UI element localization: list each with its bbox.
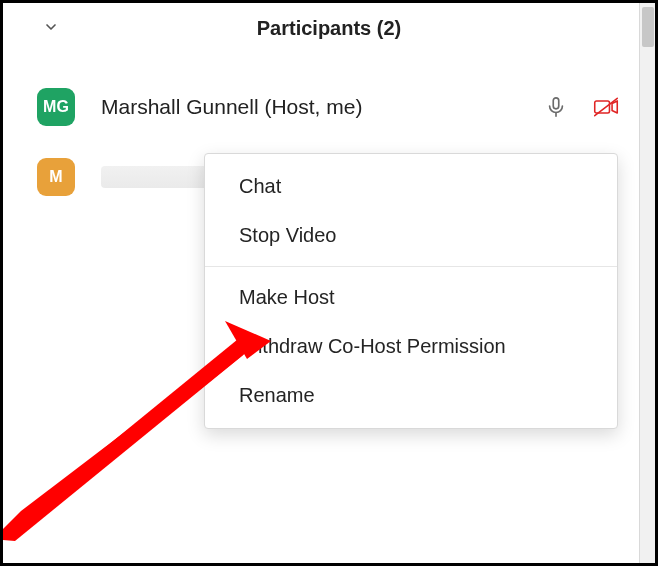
menu-item-make-host[interactable]: Make Host xyxy=(205,273,617,322)
panel-header: Participants (2) xyxy=(3,3,655,53)
panel-title: Participants (2) xyxy=(257,17,401,40)
svg-rect-0 xyxy=(553,98,559,109)
avatar-initials: M xyxy=(49,168,62,186)
participants-panel: Participants (2) MG Marshall Gunnell (Ho… xyxy=(3,3,655,563)
menu-item-stop-video[interactable]: Stop Video xyxy=(205,211,617,260)
avatar: MG xyxy=(37,88,75,126)
scrollbar-thumb[interactable] xyxy=(642,7,654,47)
menu-item-chat[interactable]: Chat xyxy=(205,162,617,211)
participant-name-area: Marshall Gunnell (Host, me) xyxy=(101,95,543,119)
participant-row[interactable]: MG Marshall Gunnell (Host, me) xyxy=(3,75,655,139)
collapse-button[interactable] xyxy=(41,17,61,37)
scrollbar-track[interactable] xyxy=(639,3,655,563)
svg-marker-3 xyxy=(612,101,617,113)
avatar: M xyxy=(37,158,75,196)
avatar-initials: MG xyxy=(43,98,69,116)
participant-name: Marshall Gunnell (Host, me) xyxy=(101,95,362,119)
participant-name-redacted xyxy=(101,166,211,188)
chevron-down-icon xyxy=(43,19,59,35)
participant-context-menu: Chat Stop Video Make Host Withdraw Co-Ho… xyxy=(204,153,618,429)
menu-item-withdraw-cohost[interactable]: Withdraw Co-Host Permission xyxy=(205,322,617,371)
status-icons xyxy=(543,94,619,120)
menu-divider xyxy=(205,266,617,267)
microphone-icon[interactable] xyxy=(543,94,569,120)
menu-item-rename[interactable]: Rename xyxy=(205,371,617,420)
video-off-icon[interactable] xyxy=(593,94,619,120)
